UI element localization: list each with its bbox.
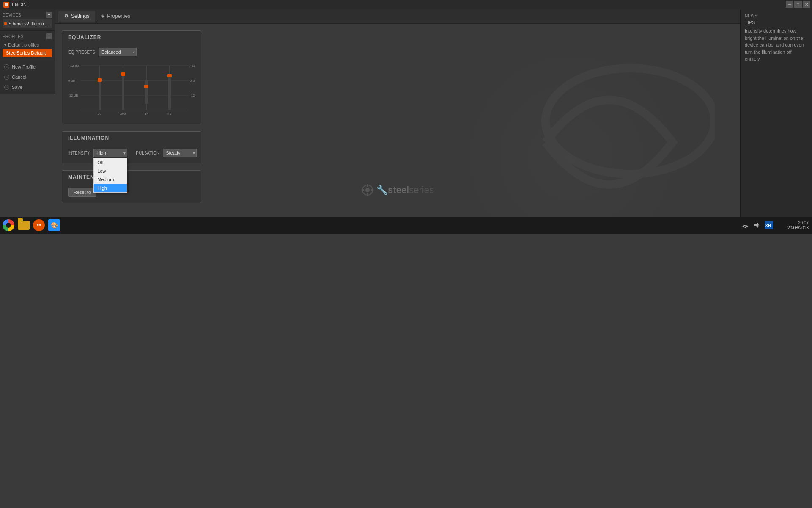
cancel-button[interactable]: ○ Cancel: [3, 73, 52, 81]
window-controls: ─ □ ✕: [786, 1, 810, 8]
device-indicator: [4, 22, 7, 25]
svg-text:200: 200: [120, 112, 126, 116]
illumination-card: ILLUMINATION INTENSITY High Off: [62, 131, 201, 163]
sidebar-footer: + New Profile ○ Cancel ○ Save: [0, 60, 55, 94]
chrome-icon: [3, 219, 14, 231]
steelseries-taskbar-icon: SS: [33, 219, 45, 231]
clock-date: 20/08/2013: [787, 226, 809, 230]
taskbar-icon-chrome[interactable]: [2, 218, 15, 232]
dropdown-item-medium[interactable]: Medium: [94, 175, 127, 184]
profile-list: ▾ Default profiles SteelSeries Default: [3, 41, 52, 57]
cancel-label: Cancel: [12, 75, 26, 80]
svg-rect-16: [99, 80, 101, 110]
svg-rect-31: [367, 193, 368, 196]
intensity-select[interactable]: High Off Low Medium: [93, 149, 127, 157]
svg-rect-30: [367, 184, 368, 187]
xtremehardware-icon[interactable]: XH: [764, 220, 774, 230]
pulsation-label: PULSATION: [136, 151, 159, 155]
reset-button[interactable]: Reset to: [68, 188, 96, 197]
folder-icon: [18, 221, 30, 230]
pulsation-select[interactable]: Steady Pulse Breathe: [163, 149, 197, 157]
svg-text:-12 dB: -12 dB: [190, 94, 195, 97]
background-watermark: [503, 36, 715, 217]
eq-svg: +12 dB 0 dB -12 dB +12 dB 0 dB -12 dB: [68, 61, 195, 116]
svg-rect-19: [121, 72, 125, 76]
tab-bar: ⚙ Settings ◈ Properties: [55, 9, 740, 24]
maximize-button[interactable]: □: [794, 1, 802, 8]
device-item-siberia[interactable]: Siberia v2 Illuminated...: [3, 19, 52, 28]
content-area: ⚙ Settings ◈ Properties EQUALIZER: [55, 9, 740, 217]
taskbar-icon-folder[interactable]: [17, 218, 30, 232]
illumination-row: INTENSITY High Off Low Medium: [68, 149, 195, 157]
new-profile-button[interactable]: + New Profile: [3, 63, 52, 71]
svg-rect-33: [371, 189, 373, 191]
tips-content: Intensity determines how bright the illu…: [745, 28, 808, 63]
default-profiles-group[interactable]: ▾ Default profiles: [3, 41, 52, 49]
tab-properties[interactable]: ◈ Properties: [95, 11, 136, 22]
svg-rect-17: [98, 78, 102, 82]
intensity-select-wrapper: High Off Low Medium: [93, 149, 127, 157]
news-header: News: [745, 14, 808, 18]
news-label: News: [745, 14, 757, 18]
eq-presets-row: EQ PRESETS Balanced Bass Boost Treble Bo…: [68, 48, 195, 56]
devices-label: Devices: [3, 13, 21, 17]
plus-icon: +: [4, 64, 9, 69]
pulsation-select-wrapper: Steady Pulse Breathe: [163, 149, 197, 157]
equalizer-body: EQ PRESETS Balanced Bass Boost Treble Bo…: [62, 44, 201, 124]
network-icon[interactable]: [740, 220, 750, 230]
profiles-header: Profiles +: [3, 33, 52, 39]
eq-presets-select[interactable]: Balanced Bass Boost Treble Boost Custom: [99, 48, 137, 56]
clock-time: 20:07: [798, 221, 809, 225]
dropdown-item-off[interactable]: Off: [94, 158, 127, 167]
profiles-section: Profiles + ▾ Default profiles SteelSerie…: [0, 31, 55, 60]
title-bar: ENGINE ─ □ ✕: [0, 0, 812, 9]
taskbar-icon-steelseries[interactable]: SS: [32, 218, 46, 232]
profile-item-steelseries-default[interactable]: SteelSeries Default: [3, 49, 52, 57]
svg-text:1k: 1k: [145, 112, 148, 116]
bottom-logo: 🔧steelseries: [361, 184, 434, 196]
arrow-icon: ▾: [4, 43, 6, 47]
save-button[interactable]: ○ Save: [3, 83, 52, 91]
app-title: ENGINE: [12, 2, 30, 7]
new-profile-label: New Profile: [12, 64, 36, 69]
svg-rect-22: [168, 76, 171, 110]
svg-point-0: [5, 3, 8, 6]
system-tray-icons: XH: [740, 220, 774, 230]
svg-marker-36: [756, 223, 758, 228]
properties-tab-label: Properties: [107, 13, 130, 19]
maintenance-body: Reset to: [62, 183, 201, 203]
settings-tab-icon: ⚙: [64, 13, 69, 19]
dropdown-item-low[interactable]: Low: [94, 167, 127, 175]
svg-point-29: [365, 188, 370, 192]
svg-text:20: 20: [98, 112, 102, 116]
pulsation-field: PULSATION Steady Pulse Breathe: [136, 149, 197, 157]
svg-rect-20: [145, 80, 148, 104]
svg-text:+12 dB: +12 dB: [190, 64, 195, 68]
illumination-body: INTENSITY High Off Low Medium: [62, 144, 201, 163]
svg-text:0 dB: 0 dB: [190, 79, 195, 83]
dropdown-item-high[interactable]: High: [94, 184, 127, 192]
volume-icon[interactable]: [752, 220, 762, 230]
add-profile-button[interactable]: +: [46, 33, 52, 39]
svg-rect-23: [167, 74, 172, 77]
eq-presets-label: EQ PRESETS: [68, 50, 95, 55]
svg-text:+12 dB: +12 dB: [68, 64, 79, 68]
maintenance-title: MAINTENANCE: [62, 171, 201, 183]
tab-settings[interactable]: ⚙ Settings: [58, 11, 95, 22]
cancel-icon: ○: [4, 75, 9, 80]
taskbar-icon-paint[interactable]: 🎨: [47, 218, 61, 232]
eq-presets-select-wrapper: Balanced Bass Boost Treble Boost Custom: [99, 48, 137, 56]
tips-title: Tips: [745, 20, 808, 25]
app-body: Devices + Siberia v2 Illuminated... Prof…: [0, 9, 812, 217]
app-icon: [3, 2, 9, 8]
add-device-button[interactable]: +: [46, 12, 52, 18]
svg-rect-35: [754, 224, 756, 226]
properties-tab-icon: ◈: [101, 13, 104, 19]
save-label: Save: [12, 85, 22, 90]
sidebar: Devices + Siberia v2 Illuminated... Prof…: [0, 9, 55, 94]
svg-point-1: [546, 68, 715, 174]
intensity-select-container: High Off Low Medium Off Low: [93, 149, 127, 157]
close-button[interactable]: ✕: [803, 1, 810, 8]
equalizer-card: EQUALIZER EQ PRESETS Balanced Bass Boost…: [62, 30, 201, 124]
minimize-button[interactable]: ─: [786, 1, 793, 8]
